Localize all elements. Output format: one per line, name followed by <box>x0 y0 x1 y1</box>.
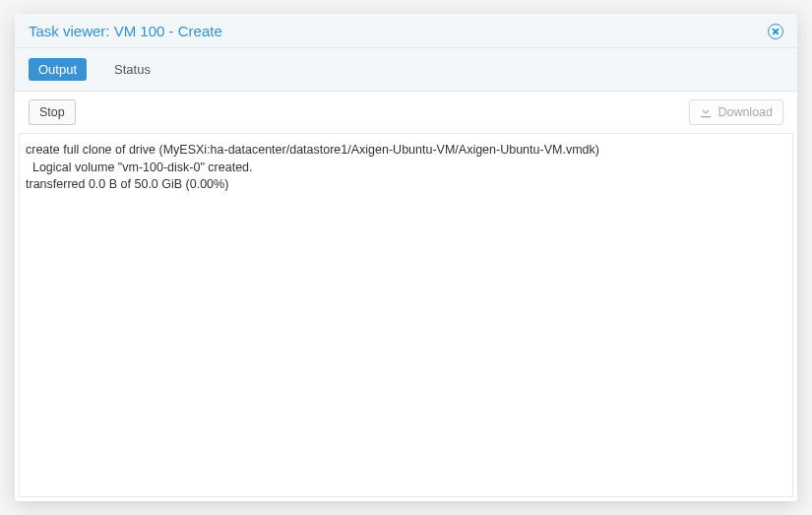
tab-status[interactable]: Status <box>104 58 160 81</box>
dialog-header: Task viewer: VM 100 - Create <box>15 14 797 48</box>
download-button-label: Download <box>718 105 773 119</box>
close-icon[interactable] <box>768 24 783 39</box>
tab-bar: Output Status <box>15 48 797 92</box>
tab-output[interactable]: Output <box>29 58 87 81</box>
dialog-title: Task viewer: VM 100 - Create <box>29 23 222 39</box>
toolbar: Stop Download <box>19 92 793 134</box>
download-button[interactable]: Download <box>689 99 783 125</box>
task-viewer-dialog: Task viewer: VM 100 - Create Output Stat… <box>15 14 797 501</box>
stop-button[interactable]: Stop <box>29 99 76 125</box>
download-icon <box>700 106 712 118</box>
output-log[interactable]: create full clone of drive (MyESXi:ha-da… <box>19 134 793 497</box>
